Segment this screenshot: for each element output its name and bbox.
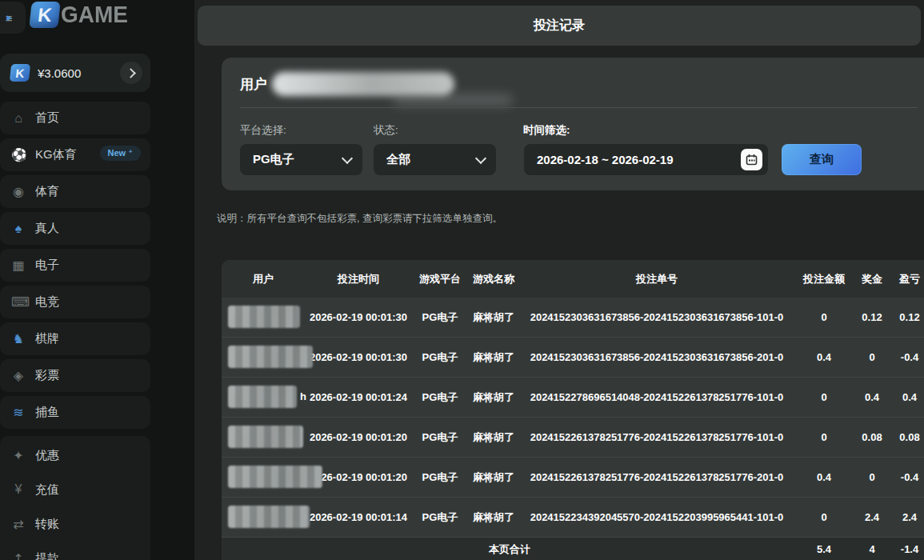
cell-platform: PG电子 bbox=[412, 430, 468, 445]
sidebar-item-label: 体育 bbox=[35, 184, 59, 199]
cell-order-no: 2024152303631673856-2024152303631673856-… bbox=[519, 351, 794, 363]
transfer-icon: ⇄ bbox=[11, 517, 26, 532]
chess-icon: ♞ bbox=[11, 331, 26, 346]
cell-game-name: 麻将胡了 bbox=[468, 470, 519, 485]
sidebar-item-优惠[interactable]: ✦优惠 bbox=[0, 440, 150, 470]
cell-bonus: 0.08 bbox=[854, 431, 890, 443]
cell-bet-amount: 0 bbox=[794, 311, 854, 323]
redacted-username bbox=[228, 306, 300, 328]
sidebar-item-label: 优惠 bbox=[35, 448, 59, 463]
redacted-username bbox=[228, 426, 303, 448]
sidebar-item-KG体育[interactable]: ⚽KG体育New ⁺ bbox=[0, 138, 150, 171]
sidebar-menu: ⌂首页⚽KG体育New ⁺◉体育♠真人▦电子⌨电竞♞棋牌◈彩票≋捕鱼 bbox=[0, 102, 150, 433]
kg-sports-icon: ⚽ bbox=[11, 147, 26, 162]
sidebar-item-电竞[interactable]: ⌨电竞 bbox=[0, 286, 150, 318]
sidebar-item-彩票[interactable]: ◈彩票 bbox=[0, 359, 150, 392]
cell-profit: -0.4 bbox=[890, 471, 924, 483]
sidebar-item-捕鱼[interactable]: ≋捕鱼 bbox=[0, 396, 150, 429]
cell-bonus: 0 bbox=[854, 351, 890, 363]
cell-order-no: 2024152261378251776-2024152261378251776-… bbox=[519, 471, 794, 483]
total-profit: -1.4 bbox=[890, 543, 924, 555]
sidebar-item-label: 充值 bbox=[35, 482, 59, 498]
table-row: h2026-02-19 00:01:24PG电子麻将胡了202415227869… bbox=[222, 378, 924, 418]
total-bonus: 4 bbox=[854, 543, 890, 555]
cell-bet-time: 2026-02-19 00:01:30 bbox=[305, 351, 412, 363]
cell-bet-amount: 0 bbox=[794, 431, 854, 443]
page-header: 投注记录 bbox=[198, 6, 921, 46]
brand-logo[interactable]: K GAME bbox=[30, 2, 128, 28]
balance-pill[interactable]: K ¥3.0600 bbox=[0, 54, 150, 92]
cell-order-no: 2024152278696514048-2024152261378251776-… bbox=[519, 391, 794, 403]
redacted-username bbox=[228, 346, 313, 368]
status-select[interactable]: 全部 bbox=[374, 144, 496, 175]
page-title: 投注记录 bbox=[534, 18, 585, 34]
sidebar-item-充值[interactable]: ¥充值 bbox=[0, 474, 150, 505]
cell-platform: PG电子 bbox=[412, 350, 468, 365]
col-bet-time: 投注时间 bbox=[305, 272, 412, 286]
note-text: 说明：所有平台查询不包括彩票, 查询彩票请下拉筛选单独查询。 bbox=[217, 212, 502, 226]
sidebar-item-label: 电竞 bbox=[35, 294, 59, 310]
bet-records-table: 用户 投注时间 游戏平台 游戏名称 投注单号 投注金额 奖金 盈亏 状态 202… bbox=[222, 260, 924, 560]
cell-game-name: 麻将胡了 bbox=[468, 390, 519, 405]
balance-expand-button[interactable] bbox=[120, 62, 142, 84]
chevron-right-icon bbox=[126, 68, 136, 78]
redacted-username bbox=[228, 386, 297, 408]
new-badge: New ⁺ bbox=[100, 146, 141, 161]
cell-bet-amount: 0.4 bbox=[794, 351, 854, 363]
sidebar: ≡▶ K GAME K ¥3.0600 ⌂首页⚽KG体育New ⁺◉体育♠真人▦… bbox=[0, 0, 194, 560]
cell-bonus: 0.4 bbox=[854, 391, 890, 403]
table-header-row: 用户 投注时间 游戏平台 游戏名称 投注单号 投注金额 奖金 盈亏 状态 bbox=[222, 260, 924, 298]
calendar-button[interactable] bbox=[741, 149, 762, 170]
sidebar-item-label: 棋牌 bbox=[35, 331, 59, 346]
sidebar-item-label: 转账 bbox=[35, 517, 59, 532]
collapse-sidebar-button[interactable]: ≡▶ bbox=[0, 2, 26, 34]
logo-k-icon: K bbox=[29, 2, 60, 28]
cell-profit: -0.4 bbox=[890, 351, 924, 363]
sidebar-item-转账[interactable]: ⇄转账 bbox=[0, 509, 150, 539]
sidebar-item-提款[interactable]: ↥提款 bbox=[0, 543, 150, 560]
cell-bonus: 2.4 bbox=[854, 511, 890, 523]
cell-game-name: 麻将胡了 bbox=[468, 310, 519, 325]
sidebar-item-体育[interactable]: ◉体育 bbox=[0, 175, 150, 208]
query-button[interactable]: 查询 bbox=[782, 144, 862, 175]
cell-profit: 0.08 bbox=[890, 431, 924, 443]
col-platform: 游戏平台 bbox=[412, 272, 468, 286]
col-bonus: 奖金 bbox=[854, 272, 890, 286]
sidebar-item-label: 电子 bbox=[35, 258, 59, 273]
cell-profit: 0.4 bbox=[890, 391, 924, 403]
arrow-right-icon: ▶ bbox=[6, 14, 12, 22]
basketball-icon: ◉ bbox=[11, 184, 26, 199]
cell-game-name: 麻将胡了 bbox=[468, 350, 519, 365]
sidebar-item-首页[interactable]: ⌂首页 bbox=[0, 102, 150, 134]
sidebar-item-label: 彩票 bbox=[35, 368, 59, 383]
time-filter-label: 时间筛选: bbox=[523, 123, 570, 138]
chevron-down-icon bbox=[342, 153, 353, 164]
logo-wordmark: GAME bbox=[61, 2, 128, 29]
platform-select[interactable]: PG电子 bbox=[240, 144, 362, 175]
table-row: 2026-02-19 00:01:20PG电子麻将胡了2024152261378… bbox=[222, 458, 924, 498]
cell-profit: 0.12 bbox=[890, 311, 924, 323]
sidebar-item-棋牌[interactable]: ♞棋牌 bbox=[0, 322, 150, 355]
balance-amount: ¥3.0600 bbox=[38, 66, 81, 80]
table-row: 2026-02-19 00:01:20PG电子麻将胡了2024152261378… bbox=[222, 418, 924, 458]
redacted-text bbox=[393, 94, 513, 106]
cell-order-no: 2024152303631673856-2024152303631673856-… bbox=[519, 311, 794, 323]
redacted-username bbox=[228, 466, 322, 488]
fishing-icon: ≋ bbox=[11, 405, 26, 420]
cell-bet-amount: 0 bbox=[794, 511, 854, 523]
calendar-icon bbox=[746, 154, 758, 166]
cell-bet-time: 2026-02-19 00:01:20 bbox=[305, 431, 412, 443]
sidebar-item-真人[interactable]: ♠真人 bbox=[0, 212, 150, 245]
platform-select-value: PG电子 bbox=[253, 152, 294, 167]
sidebar-item-电子[interactable]: ▦电子 bbox=[0, 249, 150, 282]
redacted-username bbox=[272, 72, 454, 96]
gift-icon: ✦ bbox=[11, 448, 26, 463]
date-range-input[interactable]: 2026-02-18 ~ 2026-02-19 bbox=[524, 144, 768, 175]
col-game-name: 游戏名称 bbox=[468, 272, 519, 286]
wallet-k-icon: K bbox=[10, 64, 30, 82]
deposit-icon: ¥ bbox=[11, 482, 26, 497]
cell-platform: PG电子 bbox=[412, 510, 468, 525]
cell-bonus: 0.12 bbox=[854, 311, 890, 323]
cell-platform: PG电子 bbox=[412, 470, 468, 485]
table-body: 2026-02-19 00:01:30PG电子麻将胡了2024152303631… bbox=[222, 298, 924, 538]
